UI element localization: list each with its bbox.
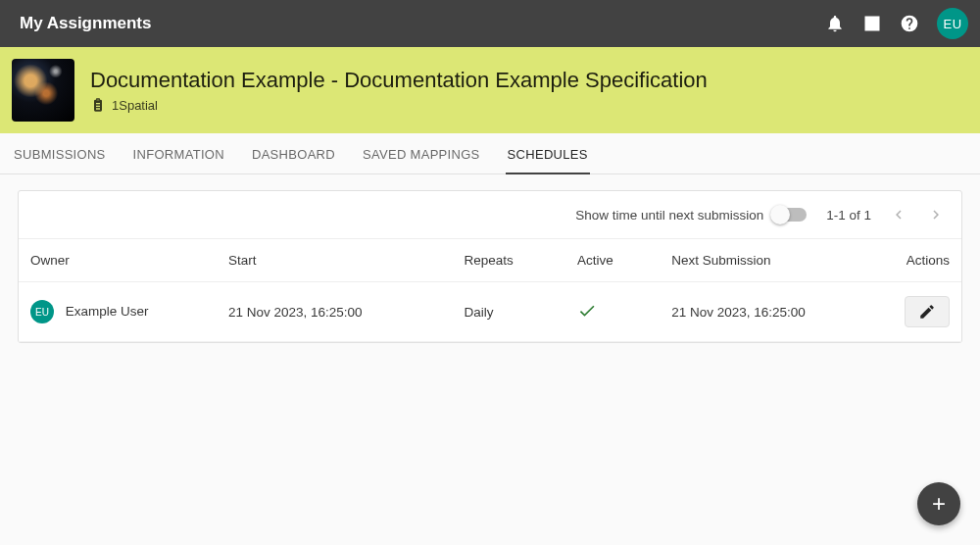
clipboard-icon <box>90 97 106 113</box>
notifications-icon[interactable] <box>825 14 845 33</box>
cell-start: 21 Nov 2023, 16:25:00 <box>217 282 453 342</box>
pager-label: 1-1 of 1 <box>826 208 871 223</box>
chevron-right-icon <box>927 206 945 223</box>
tab-saved-mappings[interactable]: SAVED MAPPINGS <box>361 133 482 173</box>
add-schedule-fab[interactable]: + <box>917 482 960 525</box>
topbar-actions: EU <box>825 8 968 39</box>
assignment-thumbnail <box>12 59 74 122</box>
page-title: My Assignments <box>20 14 825 33</box>
pager-next-button[interactable] <box>922 201 950 228</box>
topbar: My Assignments EU <box>0 0 980 47</box>
assignment-title: Documentation Example - Documentation Ex… <box>90 68 708 93</box>
user-avatar[interactable]: EU <box>937 8 968 39</box>
cell-repeats: Daily <box>453 282 565 342</box>
cell-active <box>565 282 660 342</box>
col-start: Start <box>217 239 453 282</box>
cell-actions <box>886 282 961 342</box>
assignment-hero: Documentation Example - Documentation Ex… <box>0 47 980 133</box>
bar-chart-icon[interactable] <box>862 14 882 33</box>
tab-submissions[interactable]: SUBMISSIONS <box>12 133 108 173</box>
owner-avatar: EU <box>30 300 54 323</box>
edit-button[interactable] <box>905 296 950 327</box>
assignment-heading: Documentation Example - Documentation Ex… <box>90 68 708 113</box>
show-time-toggle[interactable] <box>773 208 807 222</box>
owner-name: Example User <box>66 304 149 319</box>
schedules-toolbar: Show time until next submission 1-1 of 1 <box>19 191 961 239</box>
table-row: EU Example User 21 Nov 2023, 16:25:00 Da… <box>19 282 961 342</box>
tab-schedules[interactable]: SCHEDULES <box>506 133 590 173</box>
check-icon <box>577 301 597 321</box>
assignment-org: 1Spatial <box>90 97 708 113</box>
cell-next: 21 Nov 2023, 16:25:00 <box>660 282 886 342</box>
col-owner: Owner <box>19 239 217 282</box>
help-icon[interactable] <box>900 14 919 33</box>
col-repeats: Repeats <box>453 239 565 282</box>
schedules-table: Owner Start Repeats Active Next Submissi… <box>19 239 961 342</box>
col-next: Next Submission <box>660 239 886 282</box>
pager-prev-button[interactable] <box>885 201 912 228</box>
tab-dashboard[interactable]: DASHBOARD <box>250 133 337 173</box>
assignment-org-label: 1Spatial <box>112 98 158 113</box>
cell-owner: EU Example User <box>19 282 217 342</box>
toggle-label: Show time until next submission <box>575 208 763 223</box>
pencil-icon <box>918 303 936 321</box>
chevron-left-icon <box>890 206 907 223</box>
col-actions: Actions <box>886 239 961 282</box>
col-active: Active <box>565 239 660 282</box>
tabs: SUBMISSIONS INFORMATION DASHBOARD SAVED … <box>0 133 980 174</box>
tab-information[interactable]: INFORMATION <box>131 133 226 173</box>
schedules-card: Show time until next submission 1-1 of 1… <box>18 190 962 343</box>
